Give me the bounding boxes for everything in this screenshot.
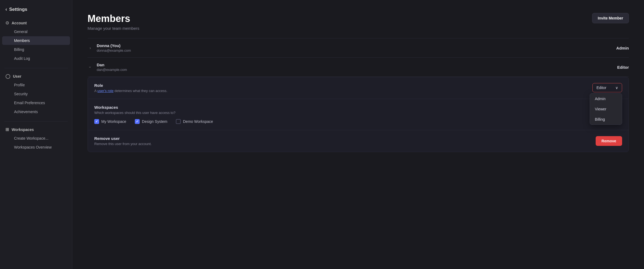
sidebar-section-user-header: ◯ User: [0, 71, 72, 80]
sidebar-item-profile[interactable]: Profile: [2, 81, 70, 89]
dropdown-option-billing[interactable]: Billing: [590, 114, 622, 124]
back-arrow-icon: ‹: [5, 6, 7, 12]
user-icon: ◯: [5, 74, 10, 79]
remove-user-text: Remove user Remove this user from your a…: [94, 136, 152, 146]
role-section-text: Role A user's role determines what they …: [94, 83, 167, 93]
workspaces-label: Workspaces: [94, 105, 176, 110]
sidebar-section-workspaces-header: ⊞ Workspaces: [0, 124, 72, 134]
back-button[interactable]: ‹ Settings: [0, 6, 72, 18]
workspaces-description: Which workspaces should this user have a…: [94, 111, 176, 115]
sidebar-item-achievements[interactable]: Achievements: [2, 107, 70, 116]
remove-user-description: Remove this user from your account.: [94, 142, 152, 146]
invite-member-button[interactable]: Invite Member: [592, 13, 629, 23]
dropdown-option-admin[interactable]: Admin: [590, 94, 622, 104]
sidebar: ‹ Settings ⊙ Account General Members Bil…: [0, 0, 72, 269]
member-row-donna: › Donna (You) donna@example.com Admin: [88, 38, 629, 58]
workspace-checkbox-design-system[interactable]: Design System: [135, 119, 167, 124]
donna-info: Donna (You) donna@example.com: [97, 43, 616, 53]
sidebar-section-user: ◯ User Profile Security Email Preference…: [0, 71, 72, 116]
sidebar-section-account-header: ⊙ Account: [0, 18, 72, 27]
donna-role: Admin: [616, 46, 629, 50]
sidebar-item-members[interactable]: Members: [2, 36, 70, 45]
demo-workspace-label: Demo Workspace: [183, 119, 213, 124]
sidebar-item-email-preferences[interactable]: Email Preferences: [2, 99, 70, 107]
sidebar-section-account: ⊙ Account General Members Billing Audit …: [0, 18, 72, 63]
workspace-checkbox-my-workspace[interactable]: My Workspace: [94, 119, 126, 124]
role-dropdown-button[interactable]: Editor ∨: [592, 83, 622, 92]
donna-chevron-icon[interactable]: ›: [88, 46, 93, 50]
workspaces-section: Workspaces Which workspaces should this …: [88, 99, 629, 130]
sidebar-item-security[interactable]: Security: [2, 90, 70, 98]
role-dropdown-wrapper: Editor ∨ Admin Viewer Billing: [592, 83, 622, 92]
donna-name: Donna (You): [97, 43, 616, 48]
role-section: Role A user's role determines what they …: [88, 77, 629, 99]
design-system-checkbox-box[interactable]: [135, 119, 140, 124]
main-content: Members Manage your team members Invite …: [72, 0, 644, 269]
sidebar-divider-2: [4, 121, 68, 122]
account-header-label: Account: [12, 21, 27, 25]
sidebar-item-general[interactable]: General: [2, 27, 70, 36]
my-workspace-label: My Workspace: [101, 119, 126, 124]
remove-user-button[interactable]: Remove: [596, 136, 622, 146]
my-workspace-checkbox-box[interactable]: [94, 119, 99, 124]
workspaces-top: Workspaces Which workspaces should this …: [94, 105, 622, 115]
sidebar-item-create-workspace[interactable]: Create Workspace...: [2, 134, 70, 143]
donna-email: donna@example.com: [97, 48, 616, 53]
sidebar-item-billing[interactable]: Billing: [2, 45, 70, 54]
dan-email: dan@example.com: [97, 68, 617, 72]
page-title: Members: [88, 13, 139, 24]
workspaces-icon: ⊞: [5, 127, 9, 132]
demo-workspace-checkbox-box[interactable]: [176, 119, 181, 124]
page-title-group: Members Manage your team members: [88, 13, 139, 31]
dan-name: Dan: [97, 63, 617, 67]
role-desc-pre: A: [94, 89, 98, 93]
page-header: Members Manage your team members Invite …: [88, 13, 629, 31]
workspaces-section-inner: Workspaces Which workspaces should this …: [94, 105, 622, 124]
dan-role: Editor: [617, 65, 629, 70]
workspace-checkboxes: My Workspace Design System Demo Workspac…: [94, 119, 622, 124]
member-row-dan: › Dan dan@example.com Editor: [88, 58, 629, 77]
sidebar-item-workspaces-overview[interactable]: Workspaces Overview: [2, 143, 70, 152]
workspace-checkbox-demo-workspace[interactable]: Demo Workspace: [176, 119, 213, 124]
dropdown-chevron-icon: ∨: [615, 86, 618, 90]
remove-user-label: Remove user: [94, 136, 152, 141]
dan-chevron-icon[interactable]: ›: [88, 64, 92, 70]
role-link[interactable]: user's role: [98, 89, 114, 93]
remove-section-inner: Remove user Remove this user from your a…: [94, 136, 622, 146]
role-dropdown-menu: Admin Viewer Billing: [590, 93, 622, 125]
dan-expanded-panel: Role A user's role determines what they …: [88, 77, 629, 152]
page-subtitle: Manage your team members: [88, 26, 139, 31]
user-header-label: User: [13, 74, 21, 78]
back-label: Settings: [9, 7, 27, 12]
role-description: A user's role determines what they can a…: [94, 89, 167, 93]
workspaces-text: Workspaces Which workspaces should this …: [94, 105, 176, 115]
role-desc-post: determines what they can access.: [113, 89, 167, 93]
design-system-label: Design System: [142, 119, 167, 124]
sidebar-divider-1: [4, 68, 68, 68]
workspaces-header-label: Workspaces: [12, 127, 34, 132]
dan-info: Dan dan@example.com: [97, 63, 617, 72]
account-icon: ⊙: [5, 20, 9, 25]
sidebar-item-audit-log[interactable]: Audit Log: [2, 54, 70, 63]
role-label: Role: [94, 83, 167, 88]
remove-user-section: Remove user Remove this user from your a…: [88, 130, 629, 152]
dropdown-option-viewer[interactable]: Viewer: [590, 104, 622, 114]
sidebar-section-workspaces: ⊞ Workspaces Create Workspace... Workspa…: [0, 124, 72, 152]
role-dropdown-current: Editor: [596, 86, 606, 90]
